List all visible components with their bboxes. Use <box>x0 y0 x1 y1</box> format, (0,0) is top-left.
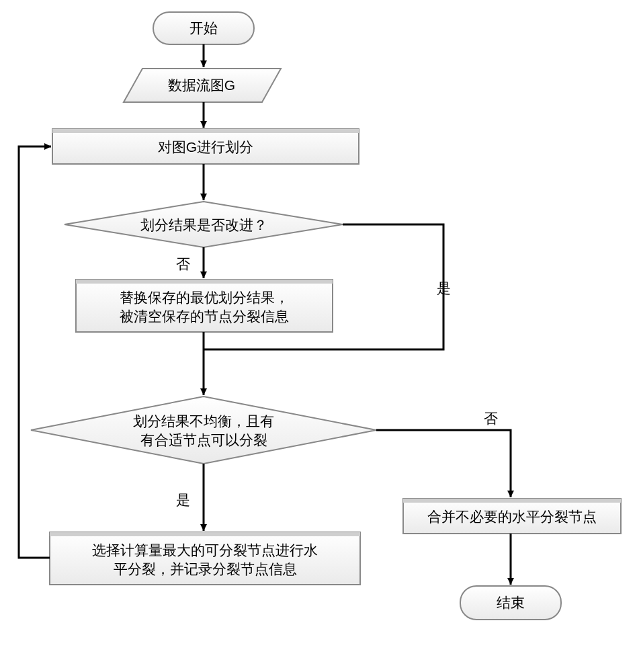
svg-rect-3 <box>52 129 359 133</box>
label-no-1: 否 <box>176 256 190 271</box>
start-label: 开始 <box>189 20 218 36</box>
input-label: 数据流图G <box>168 77 235 93</box>
node-partition: 对图G进行划分 <box>52 129 359 164</box>
unbalanced-l1: 划分结果不均衡，且有 <box>133 413 274 429</box>
label-no-2: 否 <box>484 411 498 426</box>
replace-l2: 被清空保存的节点分裂信息 <box>120 308 289 324</box>
edge-split-loop <box>19 146 51 558</box>
svg-marker-7 <box>31 396 376 464</box>
svg-rect-5 <box>76 280 333 332</box>
label-yes-2: 是 <box>176 492 190 507</box>
svg-rect-8 <box>50 532 360 585</box>
node-improved: 划分结果是否改进？ <box>65 202 343 247</box>
node-end: 结束 <box>460 586 561 620</box>
merge-label: 合并不必要的水平分裂节点 <box>427 509 597 524</box>
svg-rect-6 <box>76 280 333 284</box>
unbalanced-l2: 有合适节点可以分裂 <box>140 432 267 448</box>
flowchart-diagram: 开始 数据流图G 对图G进行划分 划分结果是否改进？ 否 是 替换保存的最优划分… <box>0 0 639 672</box>
svg-rect-11 <box>403 499 621 503</box>
split-l1: 选择计算量最大的可分裂节点进行水 <box>92 542 318 558</box>
node-input: 数据流图G <box>124 69 281 102</box>
node-split: 选择计算量最大的可分裂节点进行水 平分裂，并记录分裂节点信息 <box>50 532 360 585</box>
node-unbalanced: 划分结果不均衡，且有 有合适节点可以分裂 <box>31 396 376 464</box>
node-merge: 合并不必要的水平分裂节点 <box>403 499 621 534</box>
split-l2: 平分裂，并记录分裂节点信息 <box>114 561 297 577</box>
edge-unbalanced-merge <box>376 430 511 497</box>
partition-label: 对图G进行划分 <box>158 139 253 155</box>
end-label: 结束 <box>497 595 525 610</box>
label-yes-1: 是 <box>437 280 451 296</box>
svg-rect-9 <box>50 532 360 536</box>
improved-label: 划分结果是否改进？ <box>140 217 267 233</box>
replace-l1: 替换保存的最优划分结果， <box>120 290 289 305</box>
node-replace: 替换保存的最优划分结果， 被清空保存的节点分裂信息 <box>76 280 333 332</box>
node-start: 开始 <box>153 12 254 44</box>
